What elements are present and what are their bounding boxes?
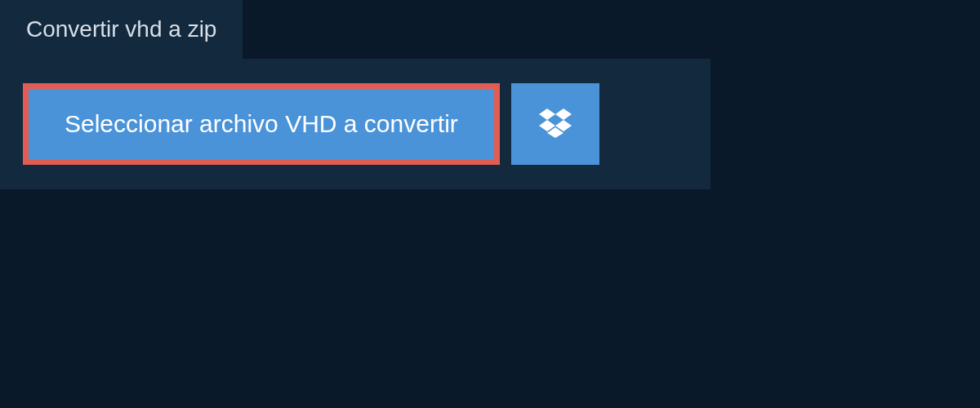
upload-panel: Seleccionar archivo VHD a convertir	[0, 59, 710, 189]
tab-converter[interactable]: Convertir vhd a zip	[0, 0, 243, 59]
dropbox-icon	[539, 109, 572, 140]
dropbox-upload-button[interactable]	[511, 83, 599, 165]
select-file-label: Seleccionar archivo VHD a convertir	[65, 110, 458, 137]
tab-title: Convertir vhd a zip	[26, 16, 216, 42]
tab-bar: Convertir vhd a zip	[0, 0, 243, 59]
select-file-button[interactable]: Seleccionar archivo VHD a convertir	[29, 89, 494, 159]
file-select-highlight: Seleccionar archivo VHD a convertir	[23, 83, 500, 165]
